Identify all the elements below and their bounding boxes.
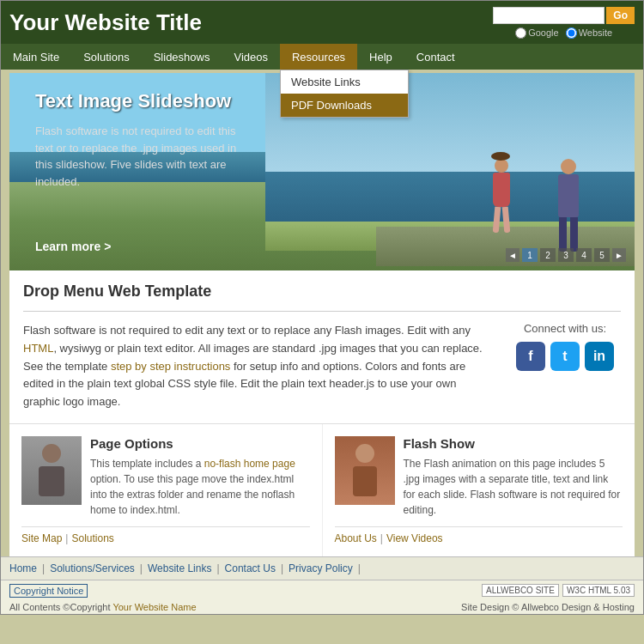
thumb2-body xyxy=(353,466,377,496)
dropdown-pdf-downloads[interactable]: PDF Downloads xyxy=(281,94,408,117)
body1 xyxy=(493,173,510,207)
cards: Page Options This template includes a no… xyxy=(9,423,635,556)
step-by-step-link[interactable]: step by step instructions xyxy=(111,360,230,373)
nav-item-help[interactable]: Help xyxy=(357,44,404,70)
search-input[interactable] xyxy=(493,7,605,24)
slide-nav: ◄ 1 2 3 4 5 ► xyxy=(506,248,626,262)
leg2b xyxy=(570,217,578,252)
main-text-1: Flash software is not required to edit a… xyxy=(23,324,471,337)
search-area: Go Google Website xyxy=(493,7,635,39)
copyright-area: Copyright Notice xyxy=(9,584,88,597)
google-radio[interactable] xyxy=(515,27,526,39)
nav-item-main-site[interactable]: Main Site xyxy=(1,44,71,70)
card-2-content: Flash Show The Flash animation on this p… xyxy=(404,436,623,518)
footer-contact[interactable]: Contact Us xyxy=(225,562,276,574)
site-title: Your Website Title xyxy=(9,9,202,36)
bottom-bar: Copyright Notice ALLWEBCO SITE W3C HTML … xyxy=(1,580,643,600)
card-1-content: Page Options This template includes a no… xyxy=(90,436,310,518)
card-1-thumb xyxy=(21,436,82,505)
site-map-link[interactable]: Site Map xyxy=(21,532,62,544)
footer-website-links[interactable]: Website Links xyxy=(148,562,211,574)
header: Your Website Title Go Google Website xyxy=(1,1,643,44)
slide-1-button[interactable]: 1 xyxy=(522,248,538,262)
nav-item-solutions[interactable]: Solutions xyxy=(71,44,141,70)
footer-home[interactable]: Home xyxy=(9,562,37,574)
footer-solutions[interactable]: Solutions/Services xyxy=(50,562,135,574)
navbar: Main Site Solutions Slideshows Videos Re… xyxy=(1,44,643,70)
person1 xyxy=(489,159,514,236)
footer-nav: Home | Solutions/Services | Website Link… xyxy=(1,556,643,580)
facebook-icon[interactable]: f xyxy=(516,342,545,371)
website-radio-label[interactable]: Website xyxy=(566,27,613,39)
your-name-link[interactable]: Your Website Name xyxy=(112,602,196,612)
view-videos-link[interactable]: View Videos xyxy=(386,532,443,544)
card-2-text: The Flash animation on this page include… xyxy=(404,456,623,518)
card-1-text: This template includes a no-flash home p… xyxy=(90,456,310,518)
legs1 xyxy=(489,207,514,233)
linkedin-icon[interactable]: in xyxy=(585,342,614,371)
about-us-link[interactable]: About Us xyxy=(335,532,377,544)
main-content: Drop Menu Web Template Flash software is… xyxy=(9,270,635,423)
copyright-button[interactable]: Copyright Notice xyxy=(9,584,88,598)
card-1-inner: Page Options This template includes a no… xyxy=(21,436,310,518)
card-1-title: Page Options xyxy=(90,436,310,451)
all-contents-text: All Contents ©Copyright Your Website Nam… xyxy=(9,602,197,612)
legs2 xyxy=(553,217,583,252)
learn-more-link[interactable]: Learn more > xyxy=(35,240,111,253)
card-2-footer: About Us|View Videos xyxy=(335,526,623,544)
card-page-options: Page Options This template includes a no… xyxy=(9,424,323,556)
slide-next-button[interactable]: ► xyxy=(612,248,626,262)
thumb2-head xyxy=(355,444,374,463)
person2 xyxy=(553,159,583,253)
thumb1-body xyxy=(39,466,64,496)
dropdown-website-links[interactable]: Website Links xyxy=(281,70,408,94)
head1 xyxy=(495,159,508,173)
thumb1-person xyxy=(39,444,64,496)
card-2-thumb xyxy=(335,436,395,505)
no-flash-link[interactable]: no-flash home page xyxy=(204,458,295,470)
search-options: Google Website xyxy=(515,27,612,39)
social-sidebar: Connect with us: f t in xyxy=(509,322,621,411)
footer-sep-4: | xyxy=(281,562,283,574)
main-title: Drop Menu Web Template xyxy=(23,283,621,301)
divider xyxy=(23,311,621,312)
solutions-link[interactable]: Solutions xyxy=(71,532,113,544)
slide-2-button[interactable]: 2 xyxy=(540,248,556,262)
thumb1-head xyxy=(42,444,61,463)
search-row: Go xyxy=(493,7,635,24)
nav-item-resources[interactable]: Resources Website Links PDF Downloads xyxy=(280,44,357,70)
slideshow-desc: Flash software is not required to edit t… xyxy=(35,123,250,190)
all-contents-label: All Contents ©Copyright xyxy=(9,602,112,612)
bottom-row: All Contents ©Copyright Your Website Nam… xyxy=(1,600,643,614)
card-flash-show: Flash Show The Flash animation on this p… xyxy=(323,424,635,556)
main-body: Flash software is not required to edit a… xyxy=(23,322,621,411)
slide-prev-button[interactable]: ◄ xyxy=(506,248,519,262)
allwebco-badge: ALLWEBCO SITE xyxy=(482,584,559,597)
nav-item-contact[interactable]: Contact xyxy=(404,44,467,70)
footer-privacy[interactable]: Privacy Policy xyxy=(289,562,353,574)
html-badge: W3C HTML 5.03 xyxy=(562,584,635,597)
slide-3-button[interactable]: 3 xyxy=(558,248,574,262)
thumb2-person xyxy=(353,444,377,496)
social-icons: f t in xyxy=(509,342,621,371)
leg1a xyxy=(493,207,501,233)
nav-item-slideshows[interactable]: Slideshows xyxy=(142,44,222,70)
footer-sep-2: | xyxy=(140,562,143,574)
website-radio[interactable] xyxy=(566,27,577,39)
slide-4-button[interactable]: 4 xyxy=(576,248,592,262)
card-1-sep: | xyxy=(65,532,68,544)
footer-sep-5: | xyxy=(358,562,361,574)
go-button[interactable]: Go xyxy=(606,7,635,24)
hair1 xyxy=(491,152,510,161)
twitter-icon[interactable]: t xyxy=(550,342,580,371)
slide-5-button[interactable]: 5 xyxy=(594,248,610,262)
card-1-footer: Site Map|Solutions xyxy=(21,526,310,544)
html-link[interactable]: HTML xyxy=(23,342,53,355)
google-radio-label[interactable]: Google xyxy=(515,27,558,39)
footer-sep-3: | xyxy=(216,562,219,574)
leg1b xyxy=(502,207,511,233)
leg2a xyxy=(559,217,567,252)
nav-item-videos[interactable]: Videos xyxy=(222,44,280,70)
card-2-inner: Flash Show The Flash animation on this p… xyxy=(335,436,623,518)
card-2-title: Flash Show xyxy=(404,436,623,451)
